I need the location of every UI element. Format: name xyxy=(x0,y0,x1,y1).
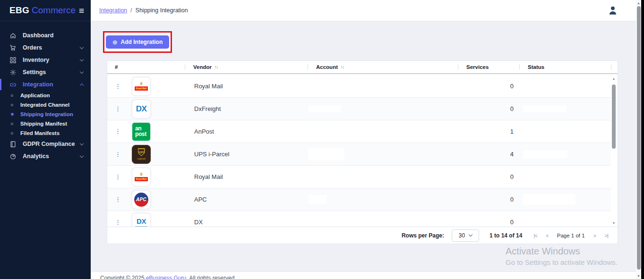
breadcrumb-current: Shipping Integration xyxy=(136,7,188,14)
pagination-nav: |< < Page 1 of 1 > >| xyxy=(533,233,608,238)
page-indicator: Page 1 of 1 xyxy=(557,233,585,238)
table-row[interactable]: ⋮ ♛Royal Mail Royal Mail 0 xyxy=(107,75,611,98)
next-page-icon[interactable]: > xyxy=(593,233,596,238)
redacted-account-value xyxy=(309,148,344,161)
sidebar-subitem-application[interactable]: Application xyxy=(0,91,91,100)
services-count: 4 xyxy=(510,151,514,158)
rows-per-page-label: Rows per Page: xyxy=(402,232,444,239)
services-count: 0 xyxy=(510,173,514,180)
sort-arrows-icon[interactable]: ↑↓ xyxy=(341,65,344,69)
table-row[interactable]: ⋮ upsi-parcel UPS i-Parcel 4 xyxy=(107,143,611,166)
bullet-icon xyxy=(11,123,13,125)
footer-copyright-prefix: Copyright © 2025 xyxy=(100,275,146,279)
sidebar-subitem-shipping-manifest[interactable]: Shipping Manifest xyxy=(0,119,91,128)
chevron-up-icon xyxy=(80,83,83,87)
column-header-services: Services xyxy=(458,61,519,73)
sidebar-item-gdpr-compliance[interactable]: GDPR Compliance xyxy=(0,138,91,150)
sidebar-subitem-label: Shipping Manifest xyxy=(20,121,67,127)
home-icon xyxy=(9,32,17,39)
column-header-vendor[interactable]: Vendor↑↓ xyxy=(185,61,308,73)
sidebar-subitem-filed-manifests[interactable]: Filed Manifests xyxy=(0,128,91,138)
rows-per-page-select[interactable]: 30 xyxy=(452,229,479,242)
scroll-down-icon[interactable]: ▼ xyxy=(636,274,641,278)
last-page-icon[interactable]: >| xyxy=(604,233,608,238)
vendor-logo: ♛Royal Mail xyxy=(132,77,151,96)
activate-windows-watermark: Activate Windows Go to Settings to activ… xyxy=(506,246,618,266)
chevron-down-icon xyxy=(469,233,472,237)
account-cell xyxy=(308,166,458,188)
scroll-up-icon[interactable]: ▲ xyxy=(636,1,641,5)
sidebar-subitem-label: Shipping Integration xyxy=(20,111,73,117)
breadcrumb-link[interactable]: Integration xyxy=(99,7,127,14)
sort-arrows-icon[interactable]: ↑↓ xyxy=(215,65,218,69)
sidebar-header: EBG Commerce ≡ xyxy=(0,0,91,21)
grid-icon xyxy=(9,57,17,64)
table-header-row: #Vendor↑↓Account↑↓ServicesStatus xyxy=(107,61,618,74)
row-menu-icon[interactable]: ⋮ xyxy=(115,219,119,226)
annotation-highlight-box: ⊕ Add Integration xyxy=(103,31,172,53)
row-menu-icon[interactable]: ⋮ xyxy=(115,151,119,158)
chevron-icon xyxy=(80,156,83,157)
browser-scrollbar[interactable]: ▲ ▼ xyxy=(636,0,641,279)
sidebar-subitem-shipping-integration[interactable]: Shipping Integration xyxy=(0,110,91,119)
sidebar-item-analytics[interactable]: Analytics xyxy=(0,150,91,162)
rows-per-page-value: 30 xyxy=(459,232,465,239)
row-menu-icon[interactable]: ⋮ xyxy=(115,105,119,112)
hamburger-menu-icon[interactable]: ≡ xyxy=(79,6,84,15)
table-row[interactable]: ⋮ DX DxFreight 0 xyxy=(107,98,611,120)
row-menu-icon[interactable]: ⋮ xyxy=(115,196,119,203)
vendor-name: UPS i-Parcel xyxy=(194,151,229,158)
column-label: # xyxy=(115,64,118,70)
row-menu-icon[interactable]: ⋮ xyxy=(115,173,119,180)
sidebar-subitem-integrated-channel[interactable]: Integrated Channel xyxy=(0,100,91,110)
browser-scrollbar-thumb[interactable] xyxy=(637,6,641,270)
vendor-logo: DX xyxy=(132,213,151,227)
services-count: 0 xyxy=(510,219,514,226)
table-row[interactable]: ⋮ DX DX 0 xyxy=(107,211,611,227)
scroll-down-icon[interactable]: ▼ xyxy=(611,221,617,225)
table-scrollbar-thumb[interactable] xyxy=(612,85,616,149)
table-row[interactable]: ⋮ anpost AnPost 1 xyxy=(107,120,611,143)
add-integration-button[interactable]: ⊕ Add Integration xyxy=(106,35,170,49)
crown-icon: ♛ xyxy=(139,172,143,177)
chevron-icon xyxy=(80,72,83,73)
sidebar-subitem-label: Integrated Channel xyxy=(20,102,69,108)
row-menu-icon[interactable]: ⋮ xyxy=(115,128,119,135)
sidebar-item-orders[interactable]: Orders xyxy=(0,42,91,54)
sidebar-item-dashboard[interactable]: Dashboard xyxy=(0,29,91,42)
book-icon xyxy=(9,141,17,148)
user-profile-icon[interactable] xyxy=(608,5,618,16)
sidebar-item-integration[interactable]: Integration xyxy=(0,78,91,91)
vendor-logo: anpost xyxy=(132,122,151,141)
column-header-account[interactable]: Account↑↓ xyxy=(308,61,458,73)
account-cell xyxy=(308,211,458,227)
sidebar-subitem-label: Application xyxy=(20,93,50,98)
link-icon xyxy=(9,81,17,88)
services-count: 0 xyxy=(510,105,514,112)
bullet-icon xyxy=(11,94,13,97)
pagination-bar: Rows per Page: 30 1 to 14 of 14 |< < Pag… xyxy=(107,227,618,244)
services-count: 0 xyxy=(510,83,514,90)
column-label: Services xyxy=(466,64,489,70)
sidebar-subitem-label: Filed Manifests xyxy=(20,130,60,136)
dx-logo-text: DX xyxy=(136,104,147,114)
vendor-logo: ♛Royal Mail xyxy=(132,168,151,186)
table-row[interactable]: ⋮ ♛Royal Mail Royal Mail 0 xyxy=(107,166,611,188)
status-cell xyxy=(519,188,611,211)
screen-edge xyxy=(641,0,644,279)
status-cell xyxy=(519,120,611,143)
prev-page-icon[interactable]: < xyxy=(546,233,549,238)
first-page-icon[interactable]: |< xyxy=(533,233,537,238)
table-row[interactable]: ⋮ APC APC 0 xyxy=(107,188,611,211)
column-header-end xyxy=(611,61,619,73)
account-cell xyxy=(308,75,458,97)
status-cell xyxy=(519,143,611,165)
scroll-up-icon[interactable]: ▲ xyxy=(611,77,617,80)
sidebar-item-inventory[interactable]: Inventory xyxy=(0,54,91,66)
sidebar-item-settings[interactable]: Settings xyxy=(0,66,91,78)
table-scrollbar[interactable]: ▲ ▼ xyxy=(611,75,617,226)
bullet-icon xyxy=(11,104,13,106)
footer-link[interactable]: eBusiness Guru xyxy=(146,275,186,279)
row-menu-icon[interactable]: ⋮ xyxy=(115,83,119,90)
ups-shield-icon: ups xyxy=(138,148,145,156)
